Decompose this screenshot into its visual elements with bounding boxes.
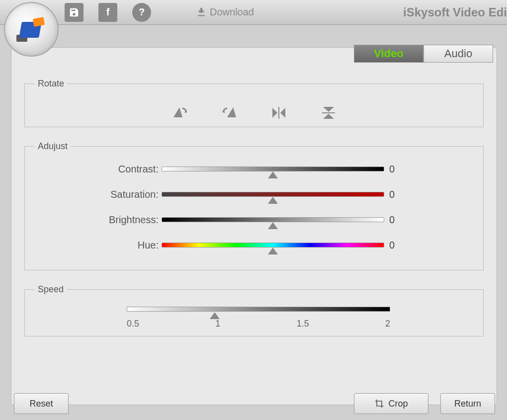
rotate-group: Rotate [24,79,484,127]
svg-rect-0 [278,107,279,119]
brightness-value: 0 [389,214,395,226]
app-logo [4,2,59,57]
rotate-legend: Rotate [35,79,67,89]
bottom-buttons: Reset Crop Return [14,393,502,414]
speed-tick-1: 1 [215,319,220,329]
saturation-label: Saturation: [35,189,162,200]
speed-tick-2: 1.5 [297,319,309,329]
saturation-value: 0 [389,189,395,200]
saturation-slider[interactable] [162,192,384,198]
contrast-label: Contrast: [35,164,162,175]
contrast-slider[interactable] [162,167,384,172]
rotate-cw-icon[interactable] [169,103,189,123]
flip-vertical-icon[interactable] [319,103,338,123]
adjust-legend: Adujust [35,141,71,152]
reset-button[interactable]: Reset [14,393,69,414]
speed-tick-0: 0.5 [127,319,139,329]
speed-legend: Speed [35,284,67,295]
rotate-ccw-icon[interactable] [219,103,239,123]
speed-group: Speed 0.5 1 1.5 2 [24,284,484,336]
download-label: Download [210,6,254,18]
adjust-group: Adujust Contrast: 0 Saturation: 0 Bright… [24,141,484,270]
crop-icon [374,399,384,409]
tab-video[interactable]: Video [354,45,423,63]
help-icon[interactable]: ? [132,3,151,22]
hue-row: Hue: 0 [35,240,473,251]
download-icon [196,7,207,18]
download-button[interactable]: Download [196,6,254,18]
speed-labels: 0.5 1 1.5 2 [127,319,390,329]
main-area: Video Audio Rotate Adujust [0,25,507,420]
tab-row: Video Audio [354,45,493,63]
top-toolbar: f ? Download iSkysoft Video Edi [0,0,507,25]
flip-horizontal-icon[interactable] [269,103,289,123]
crop-button[interactable]: Crop [354,393,428,414]
speed-slider[interactable]: 0.5 1 1.5 2 [127,307,390,329]
app-title: iSkysoft Video Edi [403,5,507,19]
tab-audio[interactable]: Audio [423,45,493,63]
brightness-slider[interactable] [162,217,384,223]
hue-value: 0 [389,240,395,251]
facebook-icon[interactable]: f [98,3,117,22]
speed-tick-3: 2 [385,319,390,329]
save-icon[interactable] [65,3,84,22]
return-button[interactable]: Return [440,393,495,414]
contrast-row: Contrast: 0 [35,164,473,175]
hue-label: Hue: [35,240,162,251]
hue-slider[interactable] [162,243,384,249]
saturation-row: Saturation: 0 [35,189,473,200]
brightness-row: Brightness: 0 [35,214,473,226]
brightness-label: Brightness: [35,214,162,226]
svg-rect-1 [322,112,335,113]
crop-label: Crop [388,399,408,409]
settings-panel: Rotate Adujust Contrast: [11,47,497,405]
contrast-value: 0 [389,164,395,175]
